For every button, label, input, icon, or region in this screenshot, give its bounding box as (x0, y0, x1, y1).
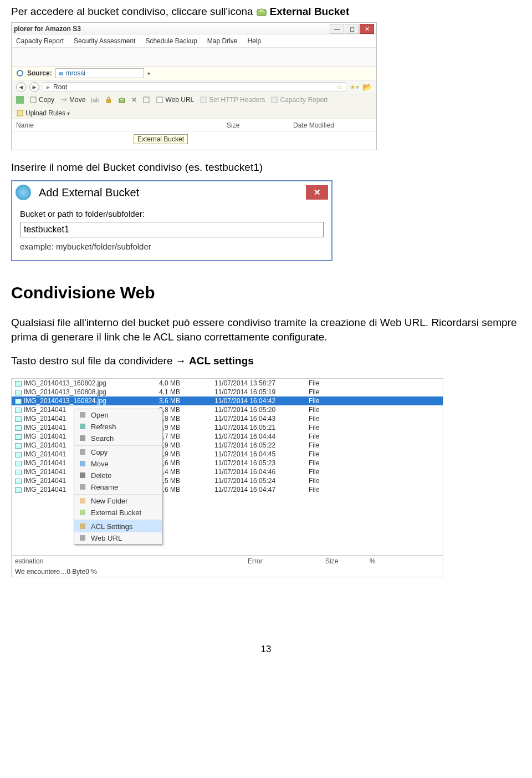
menu-item-icon (79, 448, 86, 456)
svg-rect-13 (80, 424, 85, 429)
bucket-path-input[interactable] (20, 222, 324, 237)
svg-rect-8 (157, 97, 162, 103)
nav-forward-button[interactable]: ► (29, 82, 39, 92)
dialog-title: Add External Bucket (39, 186, 306, 199)
svg-rect-18 (80, 484, 85, 490)
svg-rect-11 (17, 110, 23, 116)
col-date[interactable]: Date Modified (293, 121, 372, 129)
footer-col-percent: % (370, 557, 376, 565)
context-menu-item[interactable]: Open (74, 409, 162, 421)
toolbar-weburl[interactable]: Web URL (156, 96, 194, 104)
context-menu-item[interactable]: Delete (74, 470, 162, 481)
menu-item-icon (79, 497, 86, 505)
menu-capacity-report[interactable]: Capacity Report (16, 37, 64, 45)
paragraph-acl-settings: Tasto destro sul file da condividere → A… (11, 354, 521, 368)
toolbar-upload-rules[interactable]: Upload Rules ▾ (16, 109, 70, 117)
svg-rect-14 (80, 435, 85, 441)
menu-item-icon (79, 471, 86, 479)
menu-map-drive[interactable]: Map Drive (207, 37, 238, 45)
context-menu-item[interactable]: Refresh (74, 421, 162, 433)
context-menu-item[interactable]: New Folder (74, 494, 162, 507)
toolbar-new-icon[interactable] (16, 96, 24, 104)
table-row[interactable]: IMG_20140413_160808.jpg4,1 MB11/07/2014 … (12, 388, 443, 396)
context-menu-item[interactable]: Web URL (74, 532, 162, 544)
footer-col-size: Size (325, 557, 370, 565)
window-maximize-button[interactable]: ◻ (345, 24, 359, 34)
table-row[interactable]: IMG_20140413_160802.jpg4,0 MB11/07/2014 … (12, 379, 443, 388)
intro-text-bold: External Bucket (270, 6, 350, 18)
svg-rect-7 (144, 97, 149, 103)
source-label: Source: (27, 69, 52, 77)
chevron-down-icon[interactable]: ▾ (147, 70, 150, 77)
svg-rect-17 (80, 472, 85, 478)
add-external-bucket-dialog: Add External Bucket ✕ Bucket or path to … (11, 180, 332, 261)
toolbar-props-icon[interactable] (142, 96, 150, 104)
table-row[interactable]: IMG_20140413_160824.jpg3,6 MB11/07/2014 … (12, 396, 443, 405)
menu-item-icon (79, 483, 86, 491)
window-title: plorer for Amazon S3 (14, 25, 329, 33)
toolbar-external-bucket-icon[interactable] (118, 96, 126, 104)
star-icon[interactable]: ☆ (336, 83, 342, 91)
footer-percent-text: 0 % (85, 568, 97, 576)
folder-open-icon[interactable]: 📂 (362, 83, 372, 91)
menu-help[interactable]: Help (248, 37, 262, 45)
intro-line: Per accedere al bucket condiviso, clicca… (11, 6, 521, 18)
svg-rect-2 (59, 72, 63, 75)
footer-error-text: We encountere… (15, 568, 66, 576)
toolbar-copy[interactable]: Copy (29, 96, 54, 104)
toolbar-set-http[interactable]: Set HTTP Headers (200, 96, 265, 104)
external-bucket-icon (255, 6, 268, 18)
menu-bar: Capacity Report Security Assessment Sche… (12, 35, 376, 48)
context-menu-item[interactable]: Rename (74, 481, 162, 493)
context-menu-item[interactable]: Copy (74, 445, 162, 458)
context-menu-item[interactable]: Move (74, 458, 162, 470)
menu-security-assessment[interactable]: Security Assessment (74, 37, 135, 45)
svg-point-1 (17, 70, 23, 76)
page-number: 13 (11, 644, 521, 655)
svg-rect-12 (80, 412, 85, 418)
context-menu-item[interactable]: External Bucket (74, 507, 162, 518)
col-size[interactable]: Size (227, 121, 293, 129)
svg-rect-5 (106, 99, 111, 103)
menu-item-icon (79, 460, 86, 467)
svg-rect-19 (80, 498, 85, 504)
dialog-close-button[interactable]: ✕ (306, 185, 328, 200)
context-menu: OpenRefreshSearchCopyMoveDeleteRenameNew… (74, 409, 162, 545)
toolbar: Copy Move |ab ✕ Web URL Set HTTP Headers… (12, 94, 376, 119)
toolbar-delete-icon[interactable]: ✕ (131, 96, 137, 104)
menu-schedule-backup[interactable]: Schedule Backup (145, 37, 197, 45)
intro-text-1: Per accedere al bucket condiviso, clicca… (11, 6, 253, 18)
bucket-small-icon (58, 70, 64, 76)
source-dropdown[interactable]: mrossi (55, 68, 144, 78)
menu-item-icon (79, 522, 86, 530)
svg-rect-20 (80, 510, 85, 515)
svg-rect-22 (80, 535, 85, 541)
footer-col-destination: estination (15, 557, 248, 565)
dialog-field-label: Bucket or path to folder/subfolder: (20, 209, 324, 218)
window-minimize-button[interactable]: — (330, 24, 344, 34)
svg-rect-9 (201, 97, 206, 103)
dialog-globe-icon (16, 185, 31, 200)
window-close-button[interactable]: ✕ (360, 24, 374, 34)
favorites-icon[interactable]: ★▾ (350, 83, 359, 91)
svg-rect-15 (80, 449, 85, 455)
svg-rect-3 (16, 96, 24, 104)
footer-size-text: 0 Byte (66, 568, 85, 576)
footer-col-error: Error (248, 557, 325, 565)
refresh-icon[interactable] (16, 69, 24, 77)
paragraph-web-sharing: Qualsiasi file all'interno del bucket pu… (11, 316, 521, 344)
menu-item-icon (79, 509, 86, 516)
col-name[interactable]: Name (16, 121, 227, 129)
dialog-example-text: example: mybucket/folder/subfolder (20, 242, 324, 251)
toolbar-move[interactable]: Move (60, 96, 85, 104)
menu-item-icon (79, 411, 86, 419)
toolbar-lock-icon[interactable] (105, 96, 112, 104)
nav-back-button[interactable]: ◄ (16, 82, 26, 92)
menu-item-icon (79, 434, 86, 442)
breadcrumb[interactable]: ▸ Root ☆ (43, 82, 346, 92)
section-heading-condivisione-web: Condivisione Web (11, 283, 521, 302)
context-menu-item[interactable]: ACL Settings (74, 520, 162, 532)
context-menu-item[interactable]: Search (74, 433, 162, 444)
toolbar-capacity[interactable]: Capacity Report (270, 96, 328, 104)
toolbar-rename-icon[interactable]: |ab (91, 96, 99, 103)
